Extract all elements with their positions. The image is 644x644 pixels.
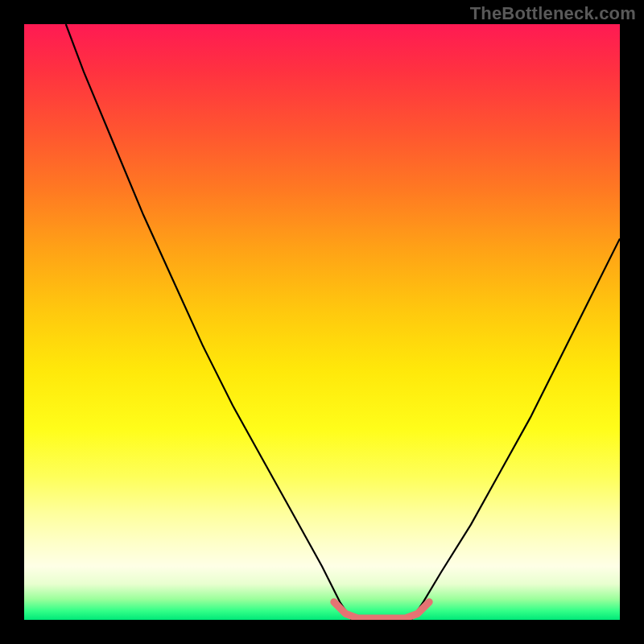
- plot-area: [24, 24, 620, 620]
- optimum-band: [334, 602, 429, 618]
- bottleneck-curve: [66, 24, 620, 620]
- chart-frame: TheBottleneck.com: [0, 0, 644, 644]
- curve-layer: [24, 24, 620, 620]
- watermark-text: TheBottleneck.com: [470, 3, 636, 24]
